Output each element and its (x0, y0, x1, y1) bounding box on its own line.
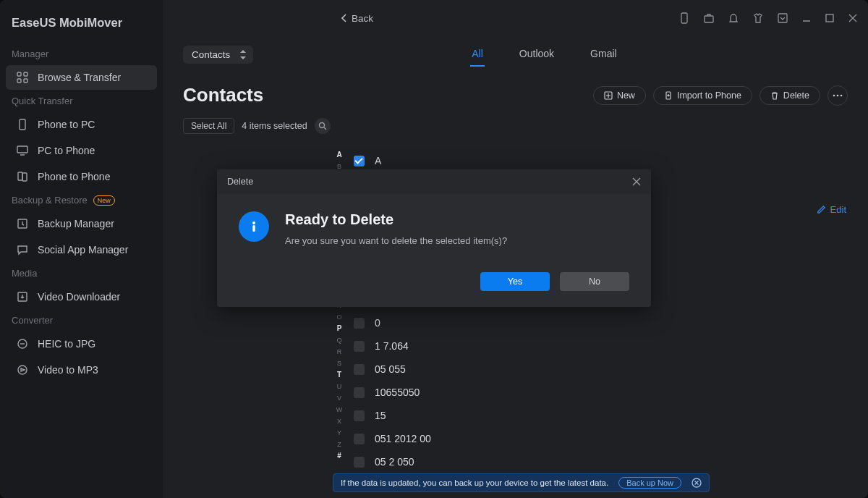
svg-point-19 (837, 94, 839, 96)
svg-rect-15 (826, 14, 833, 22)
download-icon (16, 290, 29, 303)
delete-button[interactable]: Delete (760, 86, 820, 105)
shirt-icon[interactable] (752, 12, 764, 24)
dialog-yes-button[interactable]: Yes (480, 272, 550, 291)
svg-point-22 (252, 221, 255, 224)
back-button[interactable]: Back (336, 10, 379, 27)
banner-close-button[interactable] (692, 478, 702, 488)
alpha-letter[interactable]: V (333, 392, 345, 404)
alpha-letter[interactable]: Y (333, 427, 345, 439)
contact-checkbox[interactable] (354, 341, 365, 352)
source-tabs: All Outlook Gmail (470, 42, 618, 67)
contact-checkbox[interactable] (354, 318, 365, 329)
ellipsis-icon (833, 94, 843, 97)
sidebar-item-label: PC to Phone (38, 145, 95, 156)
contact-row[interactable]: 0 (354, 311, 868, 334)
sidebar-item-pc-to-phone[interactable]: PC to Phone (6, 138, 157, 163)
alpha-letter[interactable]: Q (333, 334, 345, 346)
alpha-letter[interactable]: W (333, 404, 345, 415)
svg-rect-13 (705, 16, 713, 22)
sidebar-item-label: Browse & Transfer (38, 72, 121, 83)
alpha-letter[interactable]: A (333, 149, 345, 161)
sidebar-item-label: Backup Manager (38, 218, 114, 229)
sidebar-item-social-app-manager[interactable]: Social App Manager (6, 237, 157, 262)
close-icon (632, 177, 641, 186)
device-icon[interactable] (678, 12, 690, 24)
contact-checkbox[interactable] (354, 364, 365, 375)
alpha-letter[interactable]: R (333, 346, 345, 358)
contact-row[interactable]: 05 2 050 (354, 450, 868, 473)
titlebar: Back (326, 0, 868, 36)
audio-icon (16, 363, 29, 376)
contact-checkbox[interactable] (354, 410, 365, 421)
sidebar-item-browse-transfer[interactable]: Browse & Transfer (6, 65, 157, 90)
alpha-letter[interactable]: Z (333, 439, 345, 450)
chevron-left-icon (341, 14, 347, 22)
contact-row[interactable]: 051 2012 00 (354, 427, 868, 450)
alpha-letter[interactable]: S (333, 358, 345, 369)
more-button[interactable] (827, 85, 848, 106)
sidebar-item-label: Phone to Phone (38, 171, 110, 182)
contact-label: 051 2012 00 (375, 433, 431, 444)
tab-outlook[interactable]: Outlook (518, 42, 556, 67)
backup-now-button[interactable]: Back up Now (618, 477, 681, 489)
contact-label: 10655050 (375, 387, 420, 398)
svg-point-21 (319, 123, 324, 128)
sidebar-item-heic-to-jpg[interactable]: HEIC to JPG (6, 332, 157, 356)
sidebar-item-phone-to-pc[interactable]: Phone to PC (6, 112, 157, 137)
edit-button[interactable]: Edit (817, 204, 846, 215)
contact-row[interactable]: 1 7.064 (354, 334, 868, 358)
sidebar-item-backup-manager[interactable]: Backup Manager (6, 211, 157, 236)
dropdown-icon[interactable] (777, 12, 788, 24)
app-title: EaseUS MobiMover (0, 13, 163, 44)
search-button[interactable] (315, 118, 331, 134)
sidebar-item-video-downloader[interactable]: Video Downloader (6, 284, 157, 309)
svg-rect-2 (17, 79, 21, 83)
svg-rect-5 (17, 146, 27, 153)
tab-gmail[interactable]: Gmail (589, 42, 618, 67)
sidebar-item-label: HEIC to JPG (38, 338, 95, 350)
contact-row[interactable]: 15 (354, 404, 868, 427)
svg-rect-6 (18, 172, 22, 180)
close-circle-icon (692, 478, 702, 488)
tab-all[interactable]: All (470, 42, 485, 67)
select-all-button[interactable]: Select All (183, 118, 234, 134)
close-button[interactable] (848, 13, 858, 23)
dialog-close-button[interactable] (632, 177, 641, 186)
contact-label: 05 2 050 (375, 456, 414, 468)
contact-checkbox[interactable] (354, 387, 365, 398)
alpha-letter[interactable]: P (333, 323, 345, 334)
contact-row[interactable]: 05 055 (354, 358, 868, 381)
contact-checkbox[interactable] (354, 156, 365, 166)
maximize-button[interactable] (825, 13, 835, 23)
svg-rect-7 (22, 173, 27, 181)
contact-checkbox[interactable] (354, 434, 365, 444)
contact-label: 0 (375, 317, 380, 329)
svg-rect-14 (778, 14, 787, 22)
sidebar: EaseUS MobiMover Manager Browse & Transf… (0, 0, 163, 498)
dialog-no-button[interactable]: No (560, 272, 629, 291)
contact-checkbox[interactable] (354, 457, 365, 468)
svg-rect-12 (681, 13, 687, 23)
alpha-letter[interactable]: X (333, 415, 345, 427)
alpha-letter[interactable]: T (333, 369, 345, 381)
banner-text: If the data is updated, you can back up … (341, 478, 608, 487)
briefcase-icon[interactable] (703, 12, 715, 24)
bell-icon[interactable] (728, 12, 739, 24)
contact-label: A (375, 155, 381, 166)
alpha-letter[interactable]: # (333, 450, 345, 462)
delete-dialog: Delete Ready to Delete Are you sure you … (217, 169, 651, 307)
section-manager: Manager (0, 44, 163, 64)
sidebar-item-video-to-mp3[interactable]: Video to MP3 (6, 358, 157, 382)
alpha-letter[interactable]: U (333, 381, 345, 392)
import-button[interactable]: Import to Phone (653, 86, 752, 105)
contact-row[interactable]: 10655050 (354, 381, 868, 404)
sidebar-item-phone-to-phone[interactable]: Phone to Phone (6, 164, 157, 189)
contact-label: 05 055 (375, 363, 406, 375)
phone-icon (16, 118, 29, 131)
import-icon (664, 91, 673, 100)
new-button[interactable]: New (593, 86, 646, 105)
alpha-letter[interactable]: O (333, 311, 345, 323)
minimize-button[interactable] (801, 13, 812, 23)
category-dropdown[interactable]: Contacts (183, 46, 253, 64)
